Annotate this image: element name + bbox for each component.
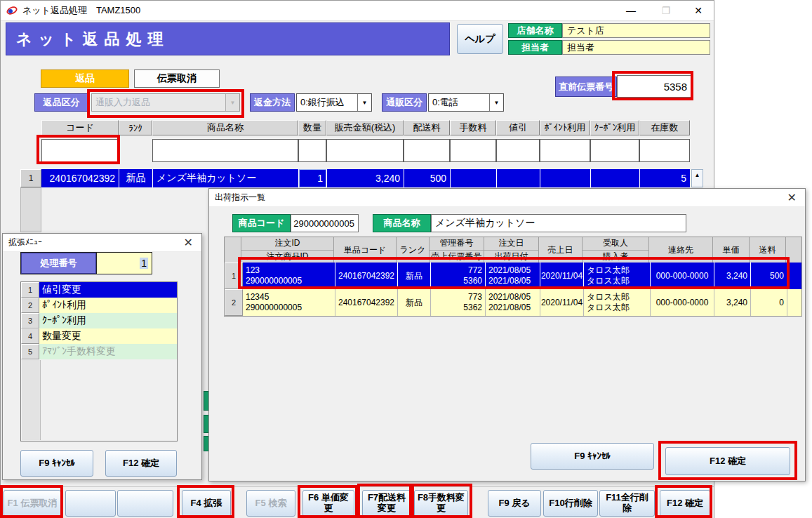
chevron-down-icon[interactable]: ▼ (225, 94, 239, 111)
coupon-input[interactable] (590, 139, 639, 162)
scroll-up-icon[interactable]: ▲ (691, 169, 703, 187)
row-number[interactable]: 1 (20, 169, 41, 187)
fkey-f6-unit-price[interactable]: F6 単価変更 (302, 490, 354, 517)
name-input[interactable] (152, 139, 298, 162)
code-input[interactable] (41, 139, 119, 162)
fkey-f4-extension[interactable]: F4 拡張 (182, 490, 231, 517)
col-unit-price: 単価 (713, 237, 750, 263)
fkey-f3-empty (117, 490, 173, 517)
extension-menu-list: 1 値引変更 2 ﾎﾟｲﾝﾄ利用 3 ｸｰﾎﾟﾝ利用 4 数量変更 5 ｱﾏｿﾞ… (20, 281, 178, 441)
col-rank: ランク (397, 237, 430, 263)
qty-input[interactable] (298, 139, 326, 162)
fee-input[interactable] (450, 139, 496, 162)
discount-input[interactable] (496, 139, 540, 162)
menu-item-label[interactable]: 値引変更 (39, 282, 177, 298)
return-category-label: 返品区分 (34, 93, 88, 112)
stock-input[interactable] (639, 139, 690, 162)
window-titlebar: ネット返品処理 TAMZ1500 — ❐ ✕ (1, 1, 714, 21)
page-title: ネット返品処理 (6, 22, 450, 55)
menu-item-discount[interactable]: 1 値引変更 (21, 282, 177, 298)
point-input[interactable] (540, 139, 590, 162)
chevron-down-icon[interactable]: ▼ (357, 94, 371, 111)
fkey-f1-slip-cancel[interactable]: F1 伝票取消 (4, 490, 61, 517)
menu-item-label[interactable]: ﾎﾟｲﾝﾄ利用 (39, 298, 177, 313)
fkey-f5-search[interactable]: F5 検索 (246, 490, 295, 517)
dialog-title: 出荷指示一覧 (215, 192, 265, 204)
fkey-f10-del-row[interactable]: F10行削除 (543, 490, 598, 517)
grid-header-fee: 手数料 (450, 120, 496, 135)
return-category-select[interactable]: 通販入力返品 ▼ (91, 93, 240, 112)
fkey-f11-del-all[interactable]: F11全行削除 (599, 490, 655, 517)
grid-header-amount: 販売金額(税込) (326, 120, 404, 135)
col-contact: 連絡先 (649, 237, 713, 263)
last-slip-label: 直前伝票番号 (555, 77, 617, 97)
row-cell-point[interactable] (540, 169, 590, 187)
row-cell-discount[interactable] (496, 169, 540, 187)
grid-header-point: ﾎﾟｲﾝﾄ利用 (540, 120, 590, 135)
ship-cancel-button[interactable]: F9 ｷｬﾝｾﾙ (531, 443, 654, 470)
row-cell-name[interactable]: メンズ半袖カットソー (152, 169, 298, 187)
menu-item-label: ｱﾏｿﾞﾝ手数料変更 (39, 344, 177, 359)
menu-item-coupon[interactable]: 3 ｸｰﾎﾟﾝ利用 (21, 313, 177, 328)
minimize-button[interactable]: — (615, 1, 646, 20)
app-icon (6, 5, 18, 16)
row-cell-stock[interactable]: 5 (639, 169, 690, 187)
dialog-titlebar: 拡張ﾒﾆｭｰ ✕ (3, 234, 201, 252)
fkey-f9-back[interactable]: F9 戻る (488, 490, 541, 517)
col-sales-date: 売上日 (539, 237, 583, 263)
shipping-input[interactable] (404, 139, 450, 162)
chevron-down-icon[interactable]: ▼ (489, 94, 503, 111)
menu-item-label[interactable]: 数量変更 (39, 328, 177, 344)
col-order-id: 注文ID 注文商品ID (241, 237, 334, 263)
order-channel-select[interactable]: 0:電話 ▼ (428, 93, 504, 112)
row-cell-coupon[interactable] (590, 169, 639, 187)
last-slip-value: 5358 (617, 75, 691, 98)
window-title: ネット返品処理 TAMZ1500 (22, 4, 140, 17)
shipping-row[interactable]: 1 123290000000005 240167042392 新品 772536… (225, 263, 801, 289)
product-code-value: 290000000005 (291, 214, 359, 232)
close-button[interactable]: ✕ (683, 1, 714, 20)
ext-cancel-button[interactable]: F9 ｷｬﾝｾﾙ (20, 450, 93, 477)
order-channel-label: 通販区分 (382, 93, 427, 112)
close-icon[interactable]: ✕ (785, 192, 799, 204)
row-cell-code[interactable]: 240167042392 (41, 169, 119, 187)
maximize-button: ❐ (651, 1, 681, 20)
row-cell-fee[interactable] (450, 169, 496, 187)
fkey-f12-confirm[interactable]: F12 確定 (660, 490, 710, 517)
process-no-field[interactable]: 1 (96, 253, 152, 274)
ext-confirm-button[interactable]: F12 確定 (105, 450, 177, 477)
menu-item-qty[interactable]: 4 数量変更 (21, 328, 177, 344)
return-category-value: 通販入力返品 (92, 94, 225, 111)
col-unit-code: 単品コード (334, 237, 397, 263)
product-code-label: 商品コード (232, 214, 291, 232)
menu-item-label[interactable]: ｸｰﾎﾟﾝ利用 (39, 313, 177, 328)
row-number: 2 (225, 289, 243, 316)
close-icon[interactable]: ✕ (181, 237, 196, 248)
row-cell-qty[interactable]: 1 (298, 169, 326, 187)
row-cell-rank[interactable]: 新品 (119, 169, 152, 187)
col-shipping-fee: 送料 (750, 237, 786, 263)
tab-return[interactable]: 返品 (41, 69, 129, 88)
fkey-f8-fee[interactable]: F8手数料変更 (414, 490, 468, 517)
refund-method-select[interactable]: 0:銀行振込 ▼ (296, 93, 372, 112)
tab-slip-cancel[interactable]: 伝票取消 (134, 69, 220, 88)
menu-item-point[interactable]: 2 ﾎﾟｲﾝﾄ利用 (21, 298, 177, 313)
fkey-f7-shipping[interactable]: F7配送料変更 (362, 490, 411, 517)
col-order-date: 注文日 出荷日付 (484, 237, 539, 263)
staff-value: 担当者 (562, 40, 710, 55)
grid-header-rank: ﾗﾝｸ (119, 120, 152, 135)
row-number: 1 (225, 263, 243, 289)
grid-header-discount: 値引 (496, 120, 540, 135)
row-cell-amount[interactable]: 3,240 (326, 169, 404, 187)
amount-input[interactable] (326, 139, 404, 162)
help-button[interactable]: ヘルプ (457, 24, 503, 54)
process-no-label: 処理番号 (21, 253, 96, 274)
col-mgmt-no: 管理番号 売上伝票番号 (430, 237, 484, 263)
shipping-row[interactable]: 2 12345290000000005 240167042392 新品 7735… (225, 289, 801, 316)
extension-menu-dialog: 拡張ﾒﾆｭｰ ✕ 処理番号 1 1 値引変更 2 ﾎﾟｲﾝﾄ利用 3 ｸｰﾎﾟﾝ… (2, 233, 202, 480)
ship-confirm-button[interactable]: F12 確定 (665, 447, 790, 475)
col-receiver: 受取人 購入者 (583, 237, 649, 263)
row-cell-shipping[interactable]: 500 (404, 169, 450, 187)
staff-label: 担当者 (508, 40, 562, 55)
grid-header-name: 商品名称 (152, 120, 298, 135)
